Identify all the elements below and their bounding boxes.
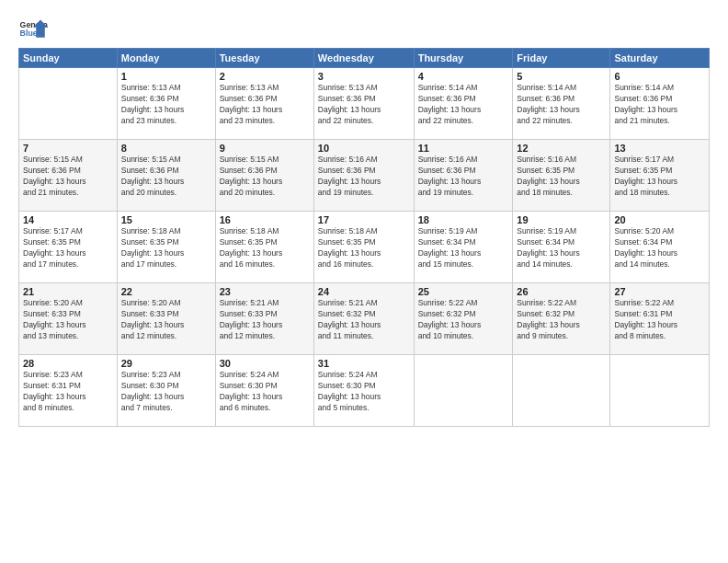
page-header: General Blue <box>18 17 710 42</box>
calendar-cell: 13Sunrise: 5:17 AM Sunset: 6:35 PM Dayli… <box>610 140 710 212</box>
day-info: Sunrise: 5:16 AM Sunset: 6:35 PM Dayligh… <box>517 155 606 199</box>
day-number: 3 <box>318 71 410 82</box>
calendar-cell: 15Sunrise: 5:18 AM Sunset: 6:35 PM Dayli… <box>117 212 215 283</box>
day-number: 5 <box>517 71 606 82</box>
day-number: 13 <box>614 143 705 154</box>
day-info: Sunrise: 5:22 AM Sunset: 6:31 PM Dayligh… <box>614 298 705 342</box>
day-number: 10 <box>318 143 410 154</box>
weekday-header-row: SundayMondayTuesdayWednesdayThursdayFrid… <box>19 49 710 68</box>
day-info: Sunrise: 5:16 AM Sunset: 6:36 PM Dayligh… <box>418 155 509 199</box>
day-number: 1 <box>121 71 211 82</box>
calendar-cell: 31Sunrise: 5:24 AM Sunset: 6:30 PM Dayli… <box>313 355 414 427</box>
day-info: Sunrise: 5:23 AM Sunset: 6:31 PM Dayligh… <box>23 370 113 414</box>
day-info: Sunrise: 5:18 AM Sunset: 6:35 PM Dayligh… <box>220 226 310 270</box>
day-number: 25 <box>418 286 509 297</box>
day-number: 28 <box>23 358 113 369</box>
day-info: Sunrise: 5:21 AM Sunset: 6:32 PM Dayligh… <box>318 298 410 342</box>
day-number: 30 <box>220 358 310 369</box>
weekday-header-sunday: Sunday <box>19 49 118 68</box>
day-info: Sunrise: 5:20 AM Sunset: 6:33 PM Dayligh… <box>121 298 211 342</box>
day-info: Sunrise: 5:17 AM Sunset: 6:35 PM Dayligh… <box>23 226 113 270</box>
calendar-cell: 25Sunrise: 5:22 AM Sunset: 6:32 PM Dayli… <box>414 283 513 355</box>
day-info: Sunrise: 5:14 AM Sunset: 6:36 PM Dayligh… <box>517 83 606 127</box>
calendar-cell: 4Sunrise: 5:14 AM Sunset: 6:36 PM Daylig… <box>414 68 513 140</box>
weekday-header-wednesday: Wednesday <box>313 49 414 68</box>
calendar-cell: 20Sunrise: 5:20 AM Sunset: 6:34 PM Dayli… <box>610 212 710 283</box>
calendar-week-row: 21Sunrise: 5:20 AM Sunset: 6:33 PM Dayli… <box>19 283 710 355</box>
calendar-cell: 9Sunrise: 5:15 AM Sunset: 6:36 PM Daylig… <box>215 140 313 212</box>
calendar-cell: 24Sunrise: 5:21 AM Sunset: 6:32 PM Dayli… <box>313 283 414 355</box>
day-info: Sunrise: 5:24 AM Sunset: 6:30 PM Dayligh… <box>318 370 410 414</box>
calendar-cell <box>513 355 610 427</box>
calendar-week-row: 7Sunrise: 5:15 AM Sunset: 6:36 PM Daylig… <box>19 140 710 212</box>
calendar-cell: 6Sunrise: 5:14 AM Sunset: 6:36 PM Daylig… <box>610 68 710 140</box>
calendar-cell: 8Sunrise: 5:15 AM Sunset: 6:36 PM Daylig… <box>117 140 215 212</box>
day-info: Sunrise: 5:18 AM Sunset: 6:35 PM Dayligh… <box>121 226 211 270</box>
calendar-week-row: 28Sunrise: 5:23 AM Sunset: 6:31 PM Dayli… <box>19 355 710 427</box>
day-number: 18 <box>418 214 509 225</box>
day-number: 16 <box>220 214 310 225</box>
calendar-cell: 14Sunrise: 5:17 AM Sunset: 6:35 PM Dayli… <box>19 212 118 283</box>
calendar-week-row: 14Sunrise: 5:17 AM Sunset: 6:35 PM Dayli… <box>19 212 710 283</box>
logo: General Blue <box>18 17 48 42</box>
day-number: 8 <box>121 143 211 154</box>
calendar-cell: 11Sunrise: 5:16 AM Sunset: 6:36 PM Dayli… <box>414 140 513 212</box>
day-number: 14 <box>23 214 113 225</box>
calendar-cell <box>610 355 710 427</box>
calendar-cell: 3Sunrise: 5:13 AM Sunset: 6:36 PM Daylig… <box>313 68 414 140</box>
day-number: 24 <box>318 286 410 297</box>
day-info: Sunrise: 5:13 AM Sunset: 6:36 PM Dayligh… <box>121 83 211 127</box>
day-info: Sunrise: 5:20 AM Sunset: 6:34 PM Dayligh… <box>614 226 705 270</box>
weekday-header-friday: Friday <box>513 49 610 68</box>
day-info: Sunrise: 5:15 AM Sunset: 6:36 PM Dayligh… <box>220 155 310 199</box>
day-number: 7 <box>23 143 113 154</box>
calendar-cell: 1Sunrise: 5:13 AM Sunset: 6:36 PM Daylig… <box>117 68 215 140</box>
day-number: 20 <box>614 214 705 225</box>
day-info: Sunrise: 5:23 AM Sunset: 6:30 PM Dayligh… <box>121 370 211 414</box>
day-info: Sunrise: 5:14 AM Sunset: 6:36 PM Dayligh… <box>614 83 705 127</box>
calendar-cell <box>414 355 513 427</box>
calendar-cell: 5Sunrise: 5:14 AM Sunset: 6:36 PM Daylig… <box>513 68 610 140</box>
day-info: Sunrise: 5:15 AM Sunset: 6:36 PM Dayligh… <box>23 155 113 199</box>
day-info: Sunrise: 5:19 AM Sunset: 6:34 PM Dayligh… <box>418 226 509 270</box>
day-number: 19 <box>517 214 606 225</box>
day-info: Sunrise: 5:15 AM Sunset: 6:36 PM Dayligh… <box>121 155 211 199</box>
calendar-cell: 23Sunrise: 5:21 AM Sunset: 6:33 PM Dayli… <box>215 283 313 355</box>
calendar-cell: 29Sunrise: 5:23 AM Sunset: 6:30 PM Dayli… <box>117 355 215 427</box>
day-info: Sunrise: 5:18 AM Sunset: 6:35 PM Dayligh… <box>318 226 410 270</box>
day-info: Sunrise: 5:13 AM Sunset: 6:36 PM Dayligh… <box>220 83 310 127</box>
day-number: 11 <box>418 143 509 154</box>
calendar-table: SundayMondayTuesdayWednesdayThursdayFrid… <box>18 48 710 427</box>
calendar-cell: 7Sunrise: 5:15 AM Sunset: 6:36 PM Daylig… <box>19 140 118 212</box>
day-number: 22 <box>121 286 211 297</box>
day-info: Sunrise: 5:13 AM Sunset: 6:36 PM Dayligh… <box>318 83 410 127</box>
calendar-week-row: 1Sunrise: 5:13 AM Sunset: 6:36 PM Daylig… <box>19 68 710 140</box>
svg-text:Blue: Blue <box>20 29 38 38</box>
day-number: 23 <box>220 286 310 297</box>
day-info: Sunrise: 5:21 AM Sunset: 6:33 PM Dayligh… <box>220 298 310 342</box>
calendar-cell: 12Sunrise: 5:16 AM Sunset: 6:35 PM Dayli… <box>513 140 610 212</box>
day-number: 15 <box>121 214 211 225</box>
day-number: 6 <box>614 71 705 82</box>
calendar-cell: 27Sunrise: 5:22 AM Sunset: 6:31 PM Dayli… <box>610 283 710 355</box>
weekday-header-tuesday: Tuesday <box>215 49 313 68</box>
calendar-cell <box>19 68 118 140</box>
day-info: Sunrise: 5:22 AM Sunset: 6:32 PM Dayligh… <box>517 298 606 342</box>
calendar-cell: 22Sunrise: 5:20 AM Sunset: 6:33 PM Dayli… <box>117 283 215 355</box>
day-number: 29 <box>121 358 211 369</box>
day-number: 17 <box>318 214 410 225</box>
day-info: Sunrise: 5:19 AM Sunset: 6:34 PM Dayligh… <box>517 226 606 270</box>
day-number: 31 <box>318 358 410 369</box>
day-info: Sunrise: 5:20 AM Sunset: 6:33 PM Dayligh… <box>23 298 113 342</box>
weekday-header-saturday: Saturday <box>610 49 710 68</box>
calendar-cell: 10Sunrise: 5:16 AM Sunset: 6:36 PM Dayli… <box>313 140 414 212</box>
weekday-header-thursday: Thursday <box>414 49 513 68</box>
day-number: 21 <box>23 286 113 297</box>
calendar-cell: 21Sunrise: 5:20 AM Sunset: 6:33 PM Dayli… <box>19 283 118 355</box>
day-info: Sunrise: 5:16 AM Sunset: 6:36 PM Dayligh… <box>318 155 410 199</box>
day-info: Sunrise: 5:24 AM Sunset: 6:30 PM Dayligh… <box>220 370 310 414</box>
day-number: 2 <box>220 71 310 82</box>
day-number: 12 <box>517 143 606 154</box>
calendar-cell: 19Sunrise: 5:19 AM Sunset: 6:34 PM Dayli… <box>513 212 610 283</box>
calendar-cell: 17Sunrise: 5:18 AM Sunset: 6:35 PM Dayli… <box>313 212 414 283</box>
